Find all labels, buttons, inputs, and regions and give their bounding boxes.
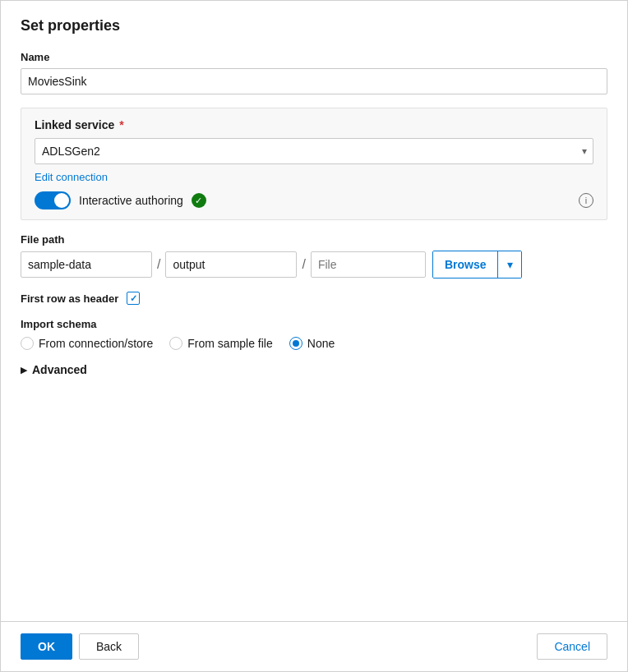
ok-button[interactable]: OK — [21, 633, 72, 660]
separator-1: / — [152, 257, 165, 272]
linked-service-label: Linked service * — [35, 118, 593, 131]
browse-dropdown-button[interactable]: ▾ — [498, 251, 521, 278]
checkmark-icon: ✓ — [130, 293, 137, 304]
name-field-group: Name — [21, 51, 607, 94]
import-schema-radio-group: From connection/store From sample file N… — [21, 337, 607, 350]
panel-content: Set properties Name Linked service * ADL… — [1, 1, 627, 621]
interactive-authoring-label: Interactive authoring — [79, 194, 183, 207]
linked-service-select[interactable]: ADLSGen2 — [35, 138, 593, 164]
advanced-label: Advanced — [32, 363, 87, 376]
first-row-header-section: First row as header ✓ — [21, 292, 607, 305]
interactive-authoring-toggle[interactable] — [35, 191, 71, 209]
toggle-track — [35, 191, 71, 209]
file-path-input-2[interactable] — [165, 251, 297, 278]
panel-footer: OK Back Cancel — [1, 621, 627, 671]
file-path-input-1[interactable] — [21, 251, 152, 278]
file-path-section: File path / / Browse ▾ — [21, 233, 607, 278]
file-path-input-3[interactable] — [311, 251, 426, 278]
green-check-icon: ✓ — [192, 193, 206, 208]
first-row-checkbox[interactable]: ✓ — [127, 292, 140, 305]
radio-label-sample: From sample file — [187, 337, 272, 350]
required-star: * — [116, 118, 123, 131]
interactive-authoring-row: Interactive authoring ✓ i — [35, 191, 593, 209]
import-schema-section: Import schema From connection/store From… — [21, 318, 607, 350]
radio-circle-none — [289, 337, 302, 350]
radio-option-connection[interactable]: From connection/store — [21, 337, 153, 350]
linked-service-select-wrapper: ADLSGen2 ▾ — [35, 138, 593, 164]
browse-button[interactable]: Browse — [433, 251, 499, 278]
set-properties-panel: Set properties Name Linked service * ADL… — [0, 0, 628, 672]
browse-btn-group: Browse ▾ — [432, 251, 523, 278]
info-icon[interactable]: i — [579, 193, 593, 208]
file-path-inputs: / / Browse ▾ — [21, 251, 607, 278]
back-button[interactable]: Back — [79, 633, 139, 660]
cancel-button[interactable]: Cancel — [537, 633, 607, 660]
first-row-label: First row as header — [21, 292, 118, 305]
advanced-section[interactable]: ▶ Advanced — [21, 363, 607, 376]
name-label: Name — [21, 51, 607, 63]
name-input[interactable] — [21, 68, 607, 94]
page-title: Set properties — [21, 17, 607, 35]
radio-circle-connection — [21, 337, 34, 350]
chevron-right-icon: ▶ — [21, 365, 27, 375]
edit-connection-link[interactable]: Edit connection — [35, 171, 108, 183]
toggle-thumb — [54, 193, 69, 208]
import-schema-label: Import schema — [21, 318, 607, 330]
chevron-down-icon: ▾ — [507, 258, 513, 271]
radio-label-none: None — [307, 337, 335, 350]
radio-option-sample[interactable]: From sample file — [169, 337, 272, 350]
radio-option-none[interactable]: None — [289, 337, 335, 350]
separator-2: / — [297, 257, 310, 272]
radio-label-connection: From connection/store — [39, 337, 153, 350]
linked-service-section: Linked service * ADLSGen2 ▾ Edit connect… — [21, 108, 607, 220]
file-path-label: File path — [21, 233, 607, 246]
radio-circle-sample — [169, 337, 182, 350]
radio-dot-none — [293, 340, 299, 347]
